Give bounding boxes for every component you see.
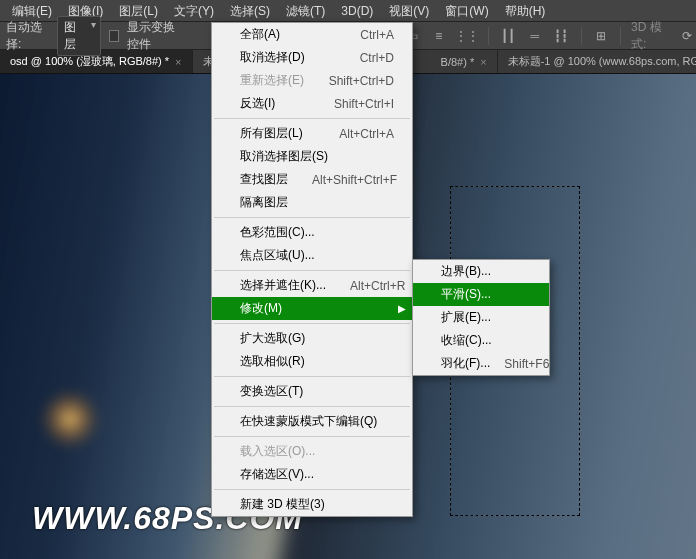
menu-item-label: 重新选择(E) (240, 72, 305, 89)
menu-separator (214, 436, 410, 437)
submenu-item-label: 收缩(C)... (441, 332, 535, 349)
menu-item[interactable]: 全部(A)Ctrl+A (212, 23, 412, 46)
align-icon-2[interactable]: ≡ (429, 26, 448, 46)
tab-document-3[interactable]: 未标题-1 @ 100% (www.68ps.com, RGB/8# (498, 50, 696, 73)
menu-item[interactable]: 取消选择(D)Ctrl+D (212, 46, 412, 69)
menu-item[interactable]: 选取相似(R) (212, 350, 412, 373)
menu-select[interactable]: 选择(S) (222, 0, 278, 22)
submenu-item-label: 边界(B)... (441, 263, 535, 280)
submenu-item-label: 扩展(E)... (441, 309, 535, 326)
submenu-item-shortcut: Shift+F6 (504, 357, 549, 371)
menu-item-shortcut: Alt+Shift+Ctrl+F (312, 173, 397, 187)
menu-item-label: 取消选择图层(S) (240, 148, 394, 165)
menu-item-label: 焦点区域(U)... (240, 247, 394, 264)
modify-submenu: 边界(B)...平滑(S)...扩展(E)...收缩(C)...羽化(F)...… (412, 259, 550, 376)
menu-item-label: 选择并遮住(K)... (240, 277, 326, 294)
menu-item-label: 选取相似(R) (240, 353, 394, 370)
submenu-item[interactable]: 收缩(C)... (413, 329, 549, 352)
menu-item[interactable]: 取消选择图层(S) (212, 145, 412, 168)
menu-help[interactable]: 帮助(H) (497, 0, 554, 22)
light-glow (40, 389, 100, 449)
menu-filter[interactable]: 滤镜(T) (278, 0, 333, 22)
menu-item-shortcut: Alt+Ctrl+R (350, 279, 405, 293)
tab-document-2-right[interactable]: B/8#) * × (431, 50, 498, 73)
submenu-item[interactable]: 边界(B)... (413, 260, 549, 283)
menu-item-shortcut: Shift+Ctrl+D (329, 74, 394, 88)
distribute-icon-2[interactable]: ═ (526, 26, 545, 46)
menubar: 编辑(E) 图像(I) 图层(L) 文字(Y) 选择(S) 滤镜(T) 3D(D… (0, 0, 696, 22)
submenu-item-label: 羽化(F)... (441, 355, 490, 372)
menu-item[interactable]: 扩大选取(G) (212, 327, 412, 350)
tab-label-trunc-right: B/8#) * (441, 56, 475, 68)
show-transform-label: 显示变换控件 (127, 19, 187, 53)
submenu-item[interactable]: 平滑(S)... (413, 283, 549, 306)
menu-item-label: 存储选区(V)... (240, 466, 394, 483)
submenu-item-label: 平滑(S)... (441, 286, 535, 303)
menu-item[interactable]: 隔离图层 (212, 191, 412, 214)
mode-3d-icon[interactable]: ⟳ (677, 26, 696, 46)
show-transform-checkbox[interactable] (109, 30, 119, 42)
menu-separator (214, 323, 410, 324)
toolbar-separator-3 (620, 27, 621, 45)
menu-window[interactable]: 窗口(W) (437, 0, 496, 22)
menu-separator (214, 489, 410, 490)
distribute-icon-3[interactable]: ┇┇ (552, 26, 571, 46)
toolbar-separator (488, 27, 489, 45)
menu-3d[interactable]: 3D(D) (333, 0, 381, 22)
menu-item[interactable]: 存储选区(V)... (212, 463, 412, 486)
menu-item-label: 扩大选取(G) (240, 330, 394, 347)
menu-item-label: 在快速蒙版模式下编辑(Q) (240, 413, 394, 430)
auto-select-dropdown[interactable]: 图层 (57, 16, 101, 56)
menu-item-label: 取消选择(D) (240, 49, 336, 66)
menu-item-label: 查找图层 (240, 171, 288, 188)
menu-item[interactable]: 所有图层(L)Alt+Ctrl+A (212, 122, 412, 145)
menu-item-label: 反选(I) (240, 95, 310, 112)
menu-item: 载入选区(O)... (212, 440, 412, 463)
toolbar-separator-2 (581, 27, 582, 45)
auto-select-label: 自动选择: (6, 19, 49, 53)
menu-item-label: 载入选区(O)... (240, 443, 394, 460)
menu-item[interactable]: 色彩范围(C)... (212, 221, 412, 244)
menu-item[interactable]: 在快速蒙版模式下编辑(Q) (212, 410, 412, 433)
menu-item[interactable]: 查找图层Alt+Shift+Ctrl+F (212, 168, 412, 191)
menu-item[interactable]: 焦点区域(U)... (212, 244, 412, 267)
submenu-arrow-icon: ▶ (398, 303, 406, 314)
menu-item[interactable]: 新建 3D 模型(3) (212, 493, 412, 516)
menu-item[interactable]: 反选(I)Shift+Ctrl+I (212, 92, 412, 115)
tab-label: 未标题-1 @ 100% (www.68ps.com, RGB/8# (508, 54, 696, 69)
select-menu-dropdown: 全部(A)Ctrl+A取消选择(D)Ctrl+D重新选择(E)Shift+Ctr… (211, 22, 413, 517)
close-icon[interactable]: × (480, 56, 486, 68)
menu-item[interactable]: 选择并遮住(K)...Alt+Ctrl+R (212, 274, 412, 297)
align-icon-3[interactable]: ⋮⋮ (456, 26, 478, 46)
menu-item-shortcut: Ctrl+A (360, 28, 394, 42)
menu-item[interactable]: 修改(M)▶ (212, 297, 412, 320)
menu-separator (214, 118, 410, 119)
menu-item-label: 修改(M) (240, 300, 394, 317)
menu-item: 重新选择(E)Shift+Ctrl+D (212, 69, 412, 92)
mode-3d-label: 3D 模式: (631, 19, 669, 53)
menu-separator (214, 376, 410, 377)
menu-item-label: 变换选区(T) (240, 383, 394, 400)
menu-item[interactable]: 变换选区(T) (212, 380, 412, 403)
menu-item-shortcut: Shift+Ctrl+I (334, 97, 394, 111)
menu-item-label: 隔离图层 (240, 194, 394, 211)
submenu-item[interactable]: 羽化(F)...Shift+F6 (413, 352, 549, 375)
menu-item-label: 所有图层(L) (240, 125, 315, 142)
tab-label: osd @ 100% (湿玻璃, RGB/8#) * (10, 54, 169, 69)
menu-separator (214, 217, 410, 218)
menu-item-label: 色彩范围(C)... (240, 224, 394, 241)
menu-separator (214, 270, 410, 271)
submenu-item[interactable]: 扩展(E)... (413, 306, 549, 329)
menu-item-label: 新建 3D 模型(3) (240, 496, 394, 513)
menu-item-shortcut: Alt+Ctrl+A (339, 127, 394, 141)
menu-item-label: 全部(A) (240, 26, 336, 43)
align-extra-icon[interactable]: ⊞ (592, 26, 611, 46)
menu-view[interactable]: 视图(V) (381, 0, 437, 22)
menu-separator (214, 406, 410, 407)
menu-item-shortcut: Ctrl+D (360, 51, 394, 65)
distribute-icon-1[interactable]: ┃┃ (499, 26, 518, 46)
close-icon[interactable]: × (175, 56, 181, 68)
